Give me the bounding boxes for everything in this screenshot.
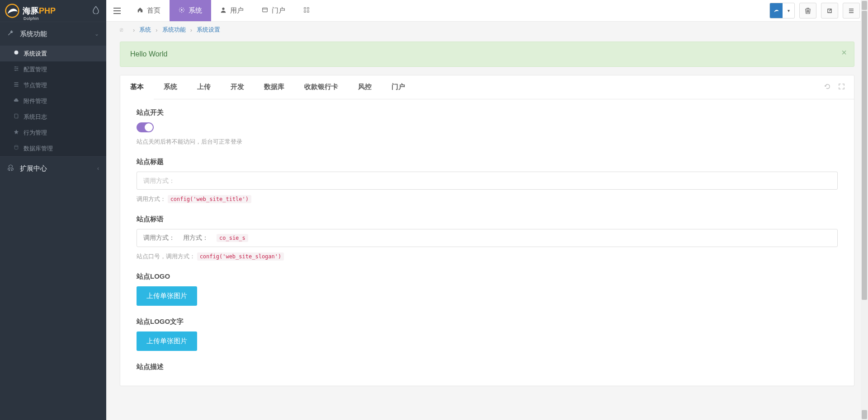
topnav-item-grid[interactable] — [294, 0, 322, 21]
sidebar-section-extensions[interactable]: 扩展中心 ‹ — [0, 157, 106, 180]
dolphin-icon — [770, 3, 783, 18]
cubes-icon — [7, 164, 20, 173]
tab-0[interactable]: 基本 — [120, 75, 154, 99]
sidebar-item-cloud[interactable]: 附件管理 — [0, 93, 106, 109]
brand[interactable]: 海豚PHP Dolphin — [0, 0, 106, 22]
tab-4[interactable]: 数据库 — [254, 75, 294, 99]
breadcrumb-item[interactable]: 系统 — [139, 26, 151, 34]
topnav-label: 用户 — [230, 6, 244, 15]
svg-rect-9 — [307, 8, 309, 9]
topnav-label: 首页 — [147, 6, 160, 15]
bars-icon — [14, 82, 19, 89]
svg-point-2 — [17, 68, 18, 69]
site-title-input[interactable] — [137, 172, 838, 190]
list-button[interactable] — [843, 3, 860, 19]
site-switch-toggle[interactable] — [137, 122, 154, 132]
help-text: 站点关闭后将不能访问，后台可正常登录 — [137, 138, 838, 146]
sidebar-item-cog[interactable]: 系统设置 — [0, 46, 106, 61]
field-label-site-desc: 站点描述 — [137, 363, 838, 371]
field-label-site-logo: 站点LOGO — [137, 272, 838, 281]
brand-name: 海豚PHP — [23, 5, 56, 16]
svg-point-1 — [15, 66, 16, 67]
refresh-icon[interactable] — [824, 83, 831, 91]
sidebar-item-label: 数据库管理 — [24, 145, 53, 153]
caret-down-icon: ▾ — [783, 3, 794, 18]
database-icon — [14, 145, 19, 152]
sliders-icon — [14, 66, 19, 73]
topnav-item-home[interactable]: 首页 — [128, 0, 170, 21]
scroll-thumb[interactable] — [862, 11, 867, 300]
field-label-site-switch: 站点开关 — [137, 108, 838, 117]
brand-logo-icon — [5, 3, 20, 19]
upload-logo-button[interactable]: 上传单张图片 — [137, 286, 197, 306]
external-link-icon — [826, 8, 833, 14]
alert-close-button[interactable]: × — [841, 47, 847, 58]
field-label-site-title: 站点标题 — [137, 158, 838, 166]
tabs: 基本系统上传开发数据库收款银行卡风控门户 — [120, 75, 854, 99]
trash-button[interactable] — [799, 3, 816, 19]
sidebar-item-label: 行为管理 — [24, 129, 47, 137]
breadcrumb-item[interactable]: 系统设置 — [197, 26, 220, 34]
help-text: 站点口号，调用方式： config('web_site_slogan') — [137, 252, 838, 261]
svg-rect-11 — [307, 11, 309, 13]
settings-panel: 基本系统上传开发数据库收款银行卡风控门户 站点开关 站点关闭后将不能访问，后台可… — [120, 75, 854, 386]
theme-drop-icon[interactable] — [93, 6, 102, 16]
sidebar-item-book[interactable]: 系统日志 — [0, 109, 106, 125]
tab-7[interactable]: 门户 — [382, 75, 415, 99]
wrench-icon — [7, 30, 20, 38]
cog-icon — [14, 50, 19, 57]
book-icon — [14, 113, 19, 120]
tab-1[interactable]: 系统 — [154, 75, 187, 99]
vertical-scrollbar[interactable] — [861, 0, 868, 420]
star-icon — [14, 129, 19, 136]
sidebar-section-system[interactable]: 系统功能 ⌄ — [0, 22, 106, 46]
svg-rect-7 — [263, 8, 268, 12]
sidebar-item-database[interactable]: 数据库管理 — [0, 140, 106, 156]
sidebar-item-sliders[interactable]: 配置管理 — [0, 61, 106, 77]
tab-5[interactable]: 收款银行卡 — [294, 75, 348, 99]
theme-switch-button[interactable]: ▾ — [769, 3, 795, 19]
alert-success: Hello World × — [120, 42, 854, 67]
svg-rect-10 — [304, 11, 306, 13]
field-label-site-slogan: 站点标语 — [137, 215, 838, 224]
alert-text: Hello World — [130, 50, 167, 58]
tab-3[interactable]: 开发 — [221, 75, 254, 99]
topnav-label: 门户 — [272, 6, 285, 15]
scroll-arrow-down[interactable] — [862, 410, 867, 419]
tab-6[interactable]: 风控 — [348, 75, 382, 99]
window-icon — [262, 7, 268, 14]
sidebar-item-label: 节点管理 — [24, 81, 47, 89]
sidebar-toggle-button[interactable] — [106, 0, 128, 21]
help-text: 调用方式： config('web_site_title') — [137, 195, 838, 203]
sidebar-item-label: 配置管理 — [24, 65, 47, 74]
top-nav: 首页系统用户门户 — [128, 0, 322, 21]
tab-2[interactable]: 上传 — [187, 75, 221, 99]
sidebar-item-star[interactable]: 行为管理 — [0, 125, 106, 140]
topnav-item-user[interactable]: 用户 — [211, 0, 253, 21]
sidebar-item-bars[interactable]: 节点管理 — [0, 77, 106, 93]
scroll-arrow-up[interactable] — [862, 1, 867, 10]
list-icon — [848, 8, 854, 14]
home-icon — [137, 7, 143, 14]
site-slogan-input[interactable]: 调用方式： 用方式： co_sie_s — [137, 229, 838, 247]
sidebar-section-label: 系统功能 — [20, 30, 47, 38]
map-pin-icon: ⎚ — [120, 27, 123, 33]
topnav-item-cog[interactable]: 系统 — [170, 0, 211, 21]
cog-icon — [179, 7, 185, 14]
field-label-site-logo-text: 站点LOGO文字 — [137, 317, 838, 326]
svg-rect-8 — [304, 8, 306, 9]
cloud-icon — [14, 98, 19, 104]
chevron-left-icon: ‹ — [97, 165, 99, 172]
breadcrumb: ⎚ › 系统 › 系统功能 › 系统设置 — [106, 22, 868, 38]
brand-sub: Dolphin — [24, 16, 39, 21]
upload-logo-text-button[interactable]: 上传单张图片 — [137, 331, 197, 351]
menu-icon — [113, 8, 121, 14]
breadcrumb-item[interactable]: 系统功能 — [162, 26, 186, 34]
fullscreen-icon[interactable] — [838, 83, 845, 91]
topnav-item-window[interactable]: 门户 — [253, 0, 294, 21]
topbar: 首页系统用户门户 ▾ — [106, 0, 868, 22]
grid-icon — [303, 7, 310, 14]
external-button[interactable] — [821, 3, 838, 19]
trash-icon — [805, 8, 811, 14]
user-icon — [220, 7, 226, 14]
